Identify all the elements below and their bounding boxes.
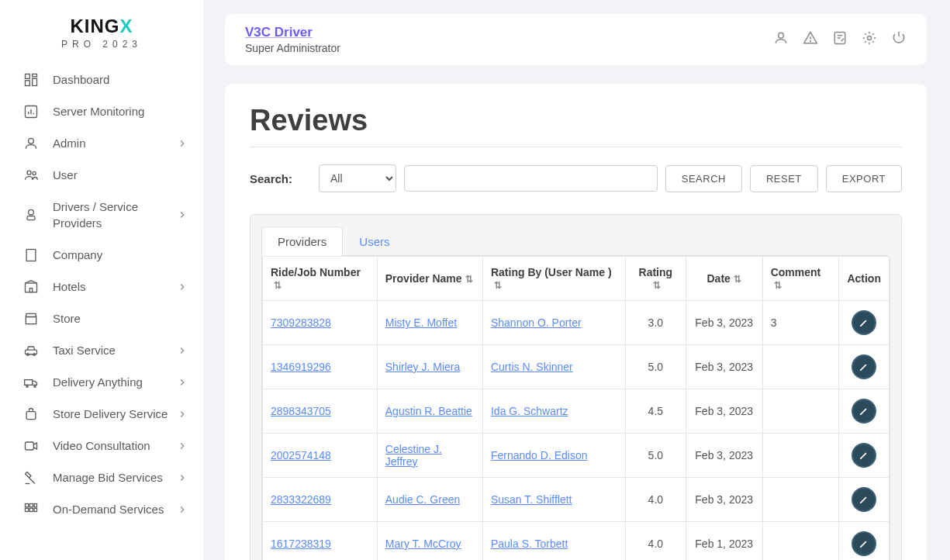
tab-users[interactable]: Users — [343, 226, 406, 256]
sidebar-item-store[interactable]: Store — [0, 302, 203, 334]
pencil-icon — [858, 361, 869, 372]
sidebar-item-admin[interactable]: Admin — [0, 127, 203, 159]
cell-date: Feb 3, 2023 — [686, 301, 762, 345]
sidebar-item-store-delivery-service[interactable]: Store Delivery Service — [0, 398, 203, 430]
col-rating[interactable]: Rating⇅ — [625, 257, 686, 301]
user-link[interactable]: Susan T. Shifflett — [491, 493, 572, 506]
taxi-icon — [23, 343, 39, 358]
cell-rating: 5.0 — [625, 345, 686, 389]
sidebar-item-label: Delivery Anything — [53, 374, 177, 390]
users-icon — [23, 168, 39, 183]
sidebar-item-taxi-service[interactable]: Taxi Service — [0, 334, 203, 366]
edit-button[interactable] — [852, 531, 876, 556]
cell-comment — [762, 522, 839, 561]
user-link[interactable]: Ida G. Schwartz — [491, 405, 568, 417]
user-icon[interactable] — [773, 30, 789, 49]
tab-providers[interactable]: Providers — [261, 226, 343, 256]
user-link[interactable]: Curtis N. Skinner — [491, 361, 573, 373]
alert-icon[interactable] — [803, 30, 818, 49]
hotel-icon — [23, 279, 39, 295]
user-link[interactable]: Paula S. Torbett — [491, 538, 568, 550]
grid-icon — [23, 502, 39, 517]
cell-date: Feb 1, 2023 — [686, 522, 762, 561]
cell-user: Curtis N. Skinner — [482, 345, 625, 389]
col-action: Action — [839, 257, 890, 301]
provider-link[interactable]: Misty E. Moffet — [385, 316, 457, 329]
building-icon — [23, 247, 39, 263]
col-comment[interactable]: Comment⇅ — [762, 257, 839, 301]
table-row: 7309283828 Misty E. Moffet Shannon O. Po… — [263, 301, 890, 345]
edit-button[interactable] — [852, 310, 876, 335]
sidebar-item-label: Store Delivery Service — [53, 406, 177, 422]
search-row: Search: All SEARCH RESET EXPORT — [250, 147, 902, 214]
ride-link[interactable]: 7309283828 — [271, 316, 331, 329]
sidebar-item-manage-bid-services[interactable]: Manage Bid Services — [0, 461, 203, 493]
note-icon[interactable] — [832, 30, 848, 49]
sidebar-item-video-consultation[interactable]: Video Consultation — [0, 430, 203, 461]
topbar: V3C Driver Super Administrator — [225, 14, 927, 65]
sidebar-item-hotels[interactable]: Hotels — [0, 271, 203, 302]
col-provider[interactable]: Provider Name⇅ — [377, 257, 482, 301]
nav-list: Dashboard Server Monitoring Admin User D… — [0, 64, 203, 525]
ride-link[interactable]: 2833322689 — [271, 493, 331, 506]
topbar-title[interactable]: V3C Driver — [245, 25, 340, 40]
user-link[interactable]: Fernando D. Edison — [491, 449, 588, 461]
provider-link[interactable]: Celestine J. Jeffrey — [385, 443, 442, 468]
col-ride[interactable]: Ride/Job Number⇅ — [263, 257, 378, 301]
chevron-right-icon — [177, 282, 188, 292]
col-rating-by[interactable]: Rating By (User Name )⇅ — [482, 257, 625, 301]
search-input[interactable] — [404, 165, 658, 192]
cell-date: Feb 3, 2023 — [686, 389, 762, 434]
sidebar-item-label: Hotels — [53, 278, 177, 295]
cell-ride: 1346919296 — [263, 345, 378, 389]
sidebar-item-label: Manage Bid Services — [53, 469, 177, 486]
sidebar-item-on-demand-services[interactable]: On-Demand Services — [0, 493, 203, 525]
ride-link[interactable]: 1617238319 — [271, 538, 331, 550]
sidebar-item-dashboard[interactable]: Dashboard — [0, 64, 203, 95]
sidebar-item-company[interactable]: Company — [0, 239, 203, 271]
cell-comment: 3 — [762, 301, 839, 345]
cell-rating: 5.0 — [625, 434, 686, 478]
cell-rating: 4.5 — [625, 389, 686, 434]
sidebar-item-drivers-service-provider[interactable]: Drivers / Service Providers — [0, 191, 203, 239]
edit-button[interactable] — [852, 399, 876, 423]
sidebar-item-label: On-Demand Services — [53, 501, 177, 517]
ride-link[interactable]: 1346919296 — [271, 361, 331, 373]
search-select[interactable]: All — [319, 164, 396, 192]
provider-link[interactable]: Mary T. McCroy — [385, 538, 461, 550]
export-button[interactable]: EXPORT — [826, 165, 902, 192]
cell-user: Shannon O. Porter — [482, 301, 625, 345]
sidebar-item-label: Company — [53, 247, 188, 263]
pencil-icon — [858, 494, 869, 505]
gear-icon[interactable] — [862, 30, 877, 49]
pencil-icon — [858, 406, 869, 417]
edit-button[interactable] — [852, 487, 876, 512]
search-button[interactable]: SEARCH — [665, 165, 742, 192]
provider-link[interactable]: Audie C. Green — [385, 493, 461, 506]
sidebar-item-label: Drivers / Service Providers — [53, 199, 177, 231]
table-row: 2833322689 Audie C. Green Susan T. Shiff… — [263, 478, 890, 522]
edit-button[interactable] — [852, 354, 876, 379]
cell-ride: 2833322689 — [263, 478, 378, 522]
provider-link[interactable]: Agustin R. Beattie — [385, 405, 472, 417]
sidebar-item-delivery-anything[interactable]: Delivery Anything — [0, 366, 203, 398]
table-container: Ride/Job Number⇅ Provider Name⇅ Rating B… — [261, 255, 890, 560]
ride-link[interactable]: 2002574148 — [271, 449, 331, 461]
sidebar-item-user[interactable]: User — [0, 159, 203, 191]
cell-comment — [762, 345, 839, 389]
reset-button[interactable]: RESET — [750, 165, 818, 192]
table-row: 2898343705 Agustin R. Beattie Ida G. Sch… — [263, 389, 890, 434]
sidebar-item-label: Admin — [53, 135, 177, 151]
col-date[interactable]: Date⇅ — [686, 257, 762, 301]
user-link[interactable]: Shannon O. Porter — [491, 316, 582, 329]
ride-link[interactable]: 2898343705 — [271, 405, 331, 417]
provider-link[interactable]: Shirley J. Miera — [385, 361, 460, 373]
power-icon[interactable] — [891, 30, 907, 49]
bid-icon — [23, 470, 39, 486]
edit-button[interactable] — [852, 443, 876, 468]
logo: KINGX PRO 2023 — [0, 9, 203, 64]
svg-point-6 — [868, 36, 872, 40]
sidebar-item-server-monitoring[interactable]: Server Monitoring — [0, 95, 203, 127]
sidebar-item-label: User — [53, 167, 188, 183]
cell-ride: 1617238319 — [263, 522, 378, 561]
